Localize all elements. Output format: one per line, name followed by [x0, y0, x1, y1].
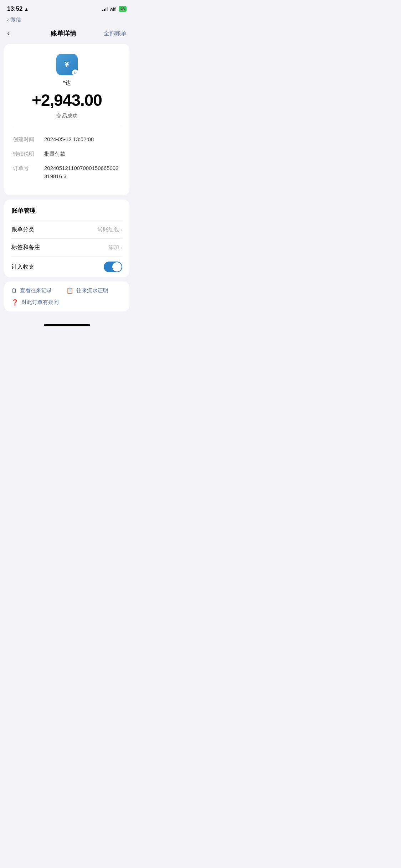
home-indicator [0, 316, 134, 330]
refresh-icon: ↻ [72, 69, 78, 76]
action-card: 🗒 查看往来记录 📋 往来流水证明 ❓ 对此订单有疑问 [4, 281, 129, 311]
all-bills-button[interactable]: 全部账单 [104, 30, 127, 37]
include-inout-label: 计入收支 [11, 263, 34, 271]
location-icon: ▲ [24, 6, 29, 12]
status-bar: 13:52 ▲ wifi 28 [0, 0, 134, 16]
transaction-proof-label: 往来流水证明 [76, 287, 108, 294]
label-created-time: 创建时间 [13, 135, 38, 144]
detail-row-order: 订单号 2024051211007000150665002319816 3 [13, 164, 121, 180]
rmb-icon: ¥ [65, 60, 69, 69]
management-title: 账单管理 [11, 207, 122, 215]
label-order-no: 订单号 [13, 164, 38, 172]
tag-remark-label: 标签和备注 [11, 244, 40, 251]
back-button[interactable]: ‹ [7, 29, 23, 38]
order-question-label: 对此订单有疑问 [21, 299, 59, 306]
wechat-back[interactable]: ‹ 微信 [0, 16, 134, 26]
divider [13, 128, 121, 128]
label-remark: 转账说明 [13, 150, 38, 158]
status-icons: wifi 28 [102, 6, 127, 12]
chevron-right-icon-2: › [120, 245, 122, 250]
bill-category-row[interactable]: 账单分类 转账红包 › [11, 221, 122, 238]
include-inout-toggle[interactable] [104, 262, 122, 272]
value-order-no: 2024051211007000150665002319816 3 [44, 164, 121, 180]
tag-remark-row[interactable]: 标签和备注 添加 › [11, 238, 122, 256]
tag-remark-value: 添加 › [108, 244, 122, 251]
signal-icon [102, 7, 108, 11]
transaction-card: ¥ ↻ *达 +2,943.00 交易成功 创建时间 2024-05-12 13… [4, 44, 129, 195]
transaction-proof-link[interactable]: 📋 往来流水证明 [66, 287, 108, 294]
status-time: 13:52 ▲ [7, 5, 29, 12]
detail-row-time: 创建时间 2024-05-12 13:52:08 [13, 135, 121, 144]
management-card: 账单管理 账单分类 转账红包 › 标签和备注 添加 › 计入收支 [4, 200, 129, 277]
detail-row-remark: 转账说明 批量付款 [13, 150, 121, 158]
view-history-label: 查看往来记录 [20, 287, 52, 294]
transaction-amount: +2,943.00 [13, 91, 121, 110]
order-question-link[interactable]: ❓ 对此订单有疑问 [11, 299, 122, 306]
history-icon: 🗒 [11, 288, 17, 294]
value-remark: 批量付款 [44, 150, 121, 158]
wifi-icon: wifi [110, 6, 117, 12]
bill-category-value: 转账红包 › [98, 226, 122, 233]
view-history-link[interactable]: 🗒 查看往来记录 [11, 287, 52, 294]
page-title: 账单详情 [51, 29, 76, 38]
chevron-right-icon: › [120, 227, 122, 233]
action-links: 🗒 查看往来记录 📋 往来流水证明 [11, 287, 122, 294]
wechat-back-label: 微信 [10, 16, 21, 23]
merchant-icon: ¥ ↻ [56, 54, 78, 75]
include-inout-row: 计入收支 [11, 256, 122, 277]
back-chevron-icon: ‹ [7, 17, 9, 23]
merchant-icon-container: ¥ ↻ [13, 54, 121, 75]
question-icon: ❓ [11, 299, 19, 306]
battery-icon: 28 [119, 6, 127, 12]
transaction-status: 交易成功 [13, 113, 121, 119]
merchant-name: *达 [13, 79, 121, 87]
proof-icon: 📋 [66, 287, 73, 294]
toggle-knob [112, 262, 122, 272]
home-bar [44, 324, 90, 326]
bill-category-label: 账单分类 [11, 226, 34, 233]
nav-bar: ‹ 账单详情 全部账单 [0, 26, 134, 44]
value-created-time: 2024-05-12 13:52:08 [44, 135, 121, 144]
